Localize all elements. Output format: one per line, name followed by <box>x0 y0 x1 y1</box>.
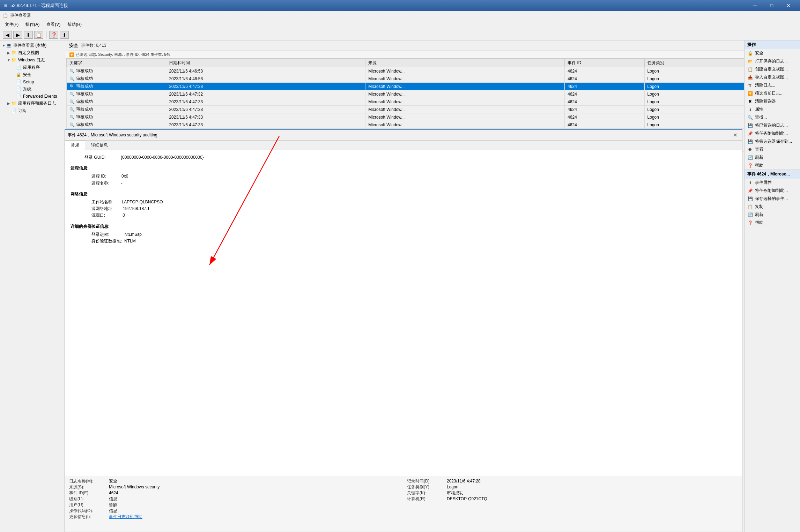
menu-file[interactable]: 文件(F) <box>3 21 21 28</box>
event-action-refresh[interactable]: 🔄 刷新 <box>745 211 800 219</box>
col-header-taskcat[interactable]: 任务类别 <box>644 59 744 67</box>
action-import-view[interactable]: 📥 导入自定义视图... <box>745 73 800 81</box>
sidebar-item-setup[interactable]: 📄 Setup <box>0 78 66 85</box>
menu-bar: 文件(F) 操作(A) 查看(V) 帮助(H) <box>0 20 800 29</box>
folder-icon: 📁 <box>11 50 17 56</box>
event-copy-icon: 📋 <box>747 204 753 210</box>
show-hide-button[interactable]: 📋 <box>34 31 43 39</box>
action-save-filter[interactable]: 💾 将筛选选器保存到... <box>745 137 800 145</box>
menu-action[interactable]: 操作(A) <box>23 21 42 28</box>
menu-view[interactable]: 查看(V) <box>44 21 62 28</box>
col-header-eventid[interactable]: 事件 ID <box>565 59 644 67</box>
expand-icon: ▼ <box>6 58 11 63</box>
detail-title: 事件 4624，Microsoft Windows security audit… <box>68 132 158 138</box>
event-action-save-label: 保存选择的事件... <box>755 196 788 202</box>
cell-keyword: 🔍审核成功 <box>67 83 166 90</box>
right-panel-header-actions: 操作 <box>745 40 800 49</box>
action-filter-log[interactable]: 🔽 筛选当前日志... <box>745 89 800 97</box>
action-attach-task[interactable]: 📌 将任务附加到此... <box>745 129 800 137</box>
event-action-save[interactable]: 💾 保存选择的事件... <box>745 195 800 203</box>
cell-taskcategory: Logon <box>644 121 744 129</box>
event-log-help-link[interactable]: 事件日志联机帮助 <box>109 514 142 520</box>
create-icon: 📋 <box>747 67 753 72</box>
detail-close-button[interactable]: ✕ <box>732 131 739 139</box>
table-row[interactable]: 🔍审核成功2023/11/6 4:47:33Microsoft Window..… <box>67 98 744 106</box>
sidebar-item-forwarded-events[interactable]: 📄 Forwarded Events <box>0 93 66 100</box>
info-eventid-label: 事件 ID(E): <box>69 490 108 496</box>
auth-section-title: 详细的身份验证信息: <box>71 223 736 230</box>
sidebar-item-custom-view[interactable]: ▶ 📁 自定义视图 <box>0 49 66 57</box>
up-button[interactable]: ⬆ <box>24 31 33 39</box>
col-header-keyword[interactable]: 关键字 <box>67 59 166 67</box>
col-header-source[interactable]: 来源 <box>365 59 565 67</box>
action-clear-log[interactable]: 🗑 清除日志... <box>745 81 800 89</box>
table-row[interactable]: 🔍审核成功2023/11/6 4:47:33Microsoft Window..… <box>67 121 744 129</box>
refresh-icon: 🔄 <box>747 155 753 160</box>
event-action-attach-task[interactable]: 📌 将任务附加到此... <box>745 187 800 195</box>
workstation-label: 工作站名称: <box>91 200 120 204</box>
tab-details[interactable]: 详细信息 <box>85 141 114 150</box>
table-row[interactable]: 🔍审核成功2023/11/6 4:47:33Microsoft Window..… <box>67 113 744 121</box>
tab-general[interactable]: 常规 <box>65 141 85 150</box>
action-find[interactable]: 🔍 查找... <box>745 113 800 121</box>
security-icon: 🔒 <box>16 72 22 78</box>
bottom-info-right: 记录时间(D): 2023/11/6 4:47:28 任务类别(Y): Logo… <box>407 478 738 530</box>
back-button[interactable]: ◀ <box>3 31 12 39</box>
action-refresh[interactable]: 🔄 刷新 <box>745 153 800 162</box>
cell-eventid: 4624 <box>565 67 644 75</box>
sidebar-item-event-viewer[interactable]: ▼ 💻 事件查看器 (本地) <box>0 42 66 49</box>
action-properties-label: 属性 <box>755 106 763 112</box>
open-icon: 📂 <box>747 59 753 64</box>
info-computer: 计算机(R): DESKTOP-Q921CTQ <box>407 496 738 502</box>
action-view[interactable]: 👁 查看 <box>745 145 800 153</box>
action-security[interactable]: 🔒 安全 <box>745 49 800 57</box>
table-row[interactable]: 🔍审核成功2023/11/6 4:46:58Microsoft Window..… <box>67 75 744 83</box>
sidebar-item-app-service-log[interactable]: ▶ 📁 应用程序和服务日志 <box>0 100 66 107</box>
forward-button[interactable]: ▶ <box>13 31 22 39</box>
action-clear-filter-label: 清除筛选器 <box>755 98 776 104</box>
sidebar-item-subscription[interactable]: 📄 订阅 <box>0 107 66 114</box>
sidebar: ▼ 💻 事件查看器 (本地) ▶ 📁 自定义视图 ▼ 📁 Windows 日志 … <box>0 40 66 532</box>
info-log-name-value: 安全 <box>109 478 117 484</box>
event-action-properties[interactable]: ℹ 事件属性 <box>745 179 800 187</box>
action-help[interactable]: ❓ 帮助 <box>745 162 800 170</box>
action-clear-filter[interactable]: ✖ 清除筛选器 <box>745 97 800 105</box>
sidebar-item-system[interactable]: 📄 系统 <box>0 85 66 93</box>
action-create-view[interactable]: 📋 创建自定义视图... <box>745 65 800 73</box>
sidebar-item-application[interactable]: 📄 应用程序 <box>0 64 66 71</box>
minimize-button[interactable]: ─ <box>747 0 763 11</box>
action-attach-task-label: 将任务附加到此... <box>755 130 788 136</box>
properties-toolbar-button[interactable]: ℹ <box>60 31 69 39</box>
source-port-row: 源端口: 0 <box>71 212 736 219</box>
info-opcode-label: 操作代码(O): <box>69 508 108 514</box>
info-record-time: 记录时间(D): 2023/11/6 4:47:28 <box>407 478 738 484</box>
menu-help[interactable]: 帮助(H) <box>65 21 84 28</box>
info-taskcategory-label: 任务类别(Y): <box>407 484 445 490</box>
table-row[interactable]: 🔍审核成功2023/11/6 4:47:28Microsoft Window..… <box>67 83 744 90</box>
event-action-copy[interactable]: 📋 复制 <box>745 203 800 211</box>
computer-icon: 💻 <box>6 43 12 48</box>
sidebar-item-windows-log[interactable]: ▼ 📁 Windows 日志 <box>0 57 66 64</box>
table-row[interactable]: 🔍审核成功2023/11/6 4:46:58Microsoft Window..… <box>67 67 744 75</box>
info-level-label: 级别(L): <box>69 496 108 502</box>
sidebar-item-security[interactable]: 🔒 安全 <box>0 71 66 78</box>
maximize-button[interactable]: □ <box>764 0 780 11</box>
col-header-datetime[interactable]: 日期和时间 <box>166 59 365 67</box>
table-row[interactable]: 🔍审核成功2023/11/6 4:47:32Microsoft Window..… <box>67 90 744 98</box>
table-row[interactable]: 🔍审核成功2023/11/6 4:47:33Microsoft Window..… <box>67 106 744 113</box>
toolbar: ◀ ▶ ⬆ 📋 ❓ ℹ <box>0 29 800 40</box>
info-computer-value: DESKTOP-Q921CTQ <box>447 496 487 501</box>
info-log-name-label: 日志名称(M): <box>69 478 108 484</box>
help-toolbar-button[interactable]: ❓ <box>49 31 58 39</box>
event-action-help[interactable]: ❓ 帮助 <box>745 219 800 227</box>
action-save-filtered[interactable]: 💾 将已筛选的日志... <box>745 121 800 129</box>
action-open-log[interactable]: 📂 打开保存的日志... <box>745 57 800 65</box>
detail-section-logon-guid: 登录 GUID: {00000000-0000-0000-0000-000000… <box>71 154 736 161</box>
action-properties[interactable]: ℹ 属性 <box>745 105 800 113</box>
close-button[interactable]: ✕ <box>780 0 797 11</box>
action-save-filtered-label: 将已筛选的日志... <box>755 122 788 128</box>
log-section-title: 安全 <box>69 43 78 49</box>
info-level: 级别(L): 信息 <box>69 496 400 502</box>
doc-icon: 📄 <box>16 93 22 99</box>
process-id-row: 进程 ID: 0x0 <box>71 173 736 180</box>
